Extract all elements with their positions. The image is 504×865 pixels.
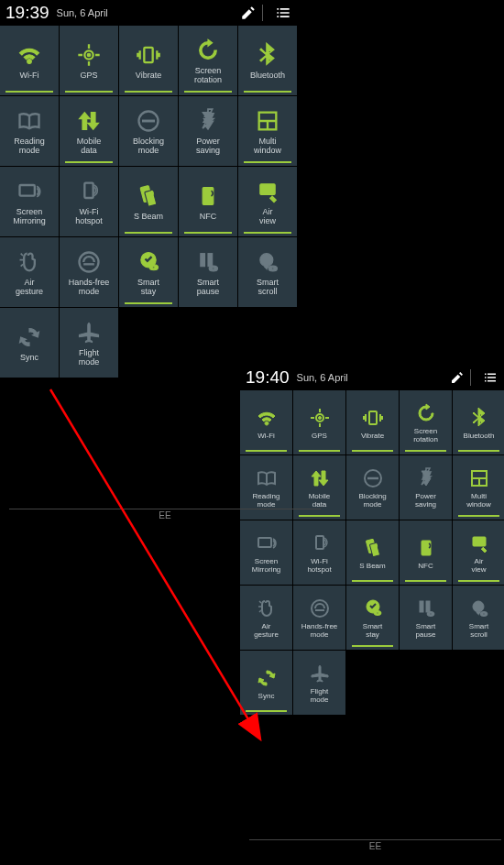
- toggle-label: GPS: [310, 432, 329, 441]
- toggle-smartpause[interactable]: Smart pause: [179, 237, 237, 307]
- handsfree-icon: [76, 249, 102, 275]
- toggle-blocking[interactable]: Blocking mode: [346, 455, 399, 520]
- toggle-label: Sync: [18, 354, 40, 363]
- toggle-nfc[interactable]: NFC: [400, 520, 452, 585]
- toggle-sync[interactable]: Sync: [240, 651, 292, 715]
- toggle-gps[interactable]: GPS: [293, 390, 345, 454]
- smartpause-icon: [415, 597, 437, 619]
- toggle-label: Blocking mode: [131, 137, 166, 156]
- toggle-airgesture[interactable]: Air gesture: [240, 586, 292, 650]
- toggle-smartstay[interactable]: Smart stay: [346, 586, 399, 650]
- toggle-label: NFC: [416, 563, 434, 571]
- toggle-wifi[interactable]: Wi-Fi: [0, 26, 59, 95]
- toggle-label: S Beam: [132, 213, 165, 222]
- sync-icon: [16, 324, 42, 350]
- toggle-handsfree[interactable]: Hands-free mode: [60, 237, 118, 307]
- toggle-mobiledata[interactable]: Mobile data: [60, 96, 118, 166]
- toggle-multiwindow[interactable]: Multi window: [238, 96, 297, 166]
- toggle-smartpause[interactable]: Smart pause: [400, 586, 452, 650]
- toggle-label: Smart stay: [136, 279, 161, 297]
- clock-date: Sun, 6 April: [57, 7, 108, 18]
- nfc-icon: [415, 537, 437, 559]
- toggle-handsfree[interactable]: Hands-free mode: [293, 586, 345, 650]
- airview-icon: [468, 532, 490, 554]
- toggle-label: Vibrate: [134, 71, 163, 81]
- toggle-label: GPS: [78, 71, 99, 81]
- toggle-flight[interactable]: Flight mode: [293, 651, 345, 715]
- clock-time: 19:39: [5, 3, 49, 23]
- powersaving-icon: [195, 108, 221, 134]
- toggle-label: Bluetooth: [462, 432, 497, 441]
- toggle-airview[interactable]: Air view: [238, 167, 297, 236]
- toggle-gps[interactable]: GPS: [60, 26, 118, 95]
- bluetooth-icon: [468, 407, 490, 429]
- toggle-label: Power saving: [413, 493, 438, 509]
- smartpause-icon: [195, 249, 221, 275]
- toggle-bluetooth[interactable]: Bluetooth: [453, 390, 504, 454]
- toggle-mirroring[interactable]: Screen Mirroring: [240, 520, 292, 585]
- toggle-rotation[interactable]: Screen rotation: [179, 26, 237, 95]
- toggle-label: Screen Mirroring: [11, 208, 48, 226]
- flight-icon: [76, 320, 102, 345]
- clock-date: Sun, 6 April: [297, 372, 348, 383]
- handsfree-icon: [309, 597, 331, 619]
- smartstay-icon: [136, 249, 161, 275]
- edit-icon[interactable]: [240, 5, 257, 21]
- carrier-label: EE: [249, 839, 501, 856]
- toggle-mirroring[interactable]: Screen Mirroring: [0, 167, 59, 236]
- toggle-bluetooth[interactable]: Bluetooth: [238, 26, 297, 95]
- blocking-icon: [136, 108, 161, 134]
- toggle-label: Blocking mode: [356, 493, 388, 509]
- toggle-label: Wi-Fi: [18, 71, 41, 81]
- toggle-vibrate[interactable]: Vibrate: [346, 390, 399, 454]
- toggle-powersaving[interactable]: Power saving: [400, 455, 452, 520]
- toggle-multiwindow[interactable]: Multi window: [453, 455, 504, 520]
- sbeam-icon: [362, 537, 384, 559]
- multiwindow-icon: [468, 467, 490, 489]
- toggle-label: Sync: [257, 693, 277, 701]
- toggle-label: Smart stay: [361, 623, 384, 640]
- toggle-reading[interactable]: Reading mode: [0, 96, 59, 166]
- toggle-airgesture[interactable]: Air gesture: [0, 237, 59, 307]
- nfc-icon: [195, 183, 221, 209]
- toggle-label: Mobile data: [307, 493, 333, 509]
- toggle-rotation[interactable]: Screen rotation: [400, 390, 452, 454]
- wifi-icon: [256, 407, 278, 429]
- toggle-sync[interactable]: Sync: [0, 308, 59, 378]
- list-icon[interactable]: [482, 369, 499, 386]
- toggle-label: Wi-Fi hotspot: [305, 558, 333, 575]
- toggle-wifi[interactable]: Wi-Fi: [240, 390, 292, 454]
- toggle-flight[interactable]: Flight mode: [60, 308, 118, 378]
- edit-icon[interactable]: [450, 370, 465, 385]
- toggle-label: Wi-Fi: [256, 432, 277, 441]
- powersaving-icon: [415, 467, 437, 489]
- toggle-hotspot[interactable]: Wi-Fi hotspot: [60, 167, 118, 236]
- carrier-label: EE: [9, 509, 321, 525]
- toggle-smartscroll[interactable]: Smart scroll: [238, 237, 297, 307]
- toggle-label: Mobile data: [75, 137, 104, 156]
- mobiledata-icon: [309, 467, 331, 489]
- mirroring-icon: [16, 179, 42, 204]
- toggle-label: Flight mode: [308, 688, 330, 705]
- hotspot-icon: [309, 532, 331, 554]
- toggle-label: Wi-Fi hotspot: [73, 208, 104, 226]
- toggle-nfc[interactable]: NFC: [179, 167, 237, 236]
- toggle-label: Smart pause: [195, 279, 222, 297]
- toggle-airview[interactable]: Air view: [453, 520, 504, 585]
- toggle-label: Smart scroll: [467, 623, 490, 640]
- airgesture-icon: [256, 597, 278, 619]
- mobiledata-icon: [76, 108, 102, 134]
- toggle-blocking[interactable]: Blocking mode: [119, 96, 178, 166]
- toggle-hotspot[interactable]: Wi-Fi hotspot: [293, 520, 345, 585]
- list-icon[interactable]: [274, 4, 292, 22]
- toggle-label: Smart pause: [414, 623, 438, 640]
- toggle-vibrate[interactable]: Vibrate: [119, 26, 178, 95]
- toggle-smartscroll[interactable]: Smart scroll: [453, 586, 504, 650]
- mirroring-icon: [256, 532, 278, 554]
- toggle-smartstay[interactable]: Smart stay: [119, 237, 178, 307]
- toggle-powersaving[interactable]: Power saving: [179, 96, 237, 166]
- toggle-sbeam[interactable]: S Beam: [346, 520, 399, 585]
- airview-icon: [255, 179, 280, 204]
- toggle-label: Flight mode: [77, 349, 102, 367]
- toggle-sbeam[interactable]: S Beam: [119, 167, 178, 236]
